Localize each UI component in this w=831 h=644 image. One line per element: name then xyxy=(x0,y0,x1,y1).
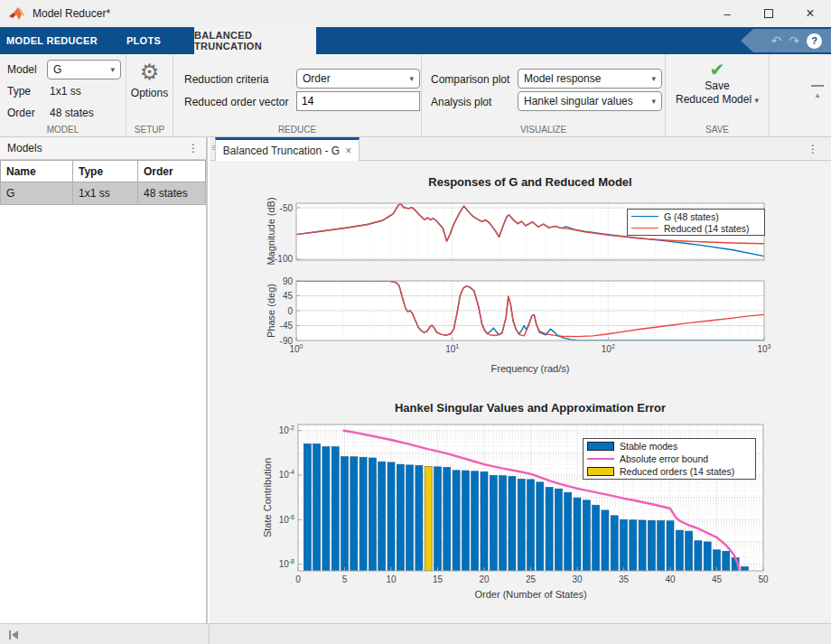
close-icon: × xyxy=(806,5,814,22)
column-name[interactable]: Name xyxy=(1,161,73,182)
order-axis-label: Order (Number of States) xyxy=(298,589,763,600)
bar xyxy=(546,488,553,571)
state-contribution-axis-label: State Contribution xyxy=(262,458,273,537)
comparison-plot-label: Comparison plot xyxy=(431,73,509,86)
bar xyxy=(574,498,581,571)
bar xyxy=(630,520,637,571)
matlab-logo-icon xyxy=(9,6,25,21)
bar xyxy=(481,471,488,571)
bar xyxy=(387,462,395,571)
section-title-visualize: VISUALIZE xyxy=(422,125,665,135)
tab-balanced-truncation-g[interactable]: Balanced Truncation - G × xyxy=(215,137,359,161)
tab-plots[interactable]: PLOTS xyxy=(116,27,172,54)
model-dropdown[interactable]: G ▾ xyxy=(47,60,121,79)
bar xyxy=(537,482,544,571)
bar xyxy=(602,510,609,571)
section-title-setup: SETUP xyxy=(126,125,173,135)
svg-text:30: 30 xyxy=(572,574,583,584)
save-reduced-model-button[interactable]: ✔ Save Reduced Model ▾ xyxy=(673,58,761,132)
options-label: Options xyxy=(126,87,173,99)
svg-text:45: 45 xyxy=(712,574,723,584)
maximize-button[interactable] xyxy=(748,0,789,27)
svg-text:102: 102 xyxy=(602,343,615,354)
order-label: Order xyxy=(7,107,35,119)
section-title-model: MODEL xyxy=(0,125,126,135)
tab-model-reducer[interactable]: MODEL REDUCER xyxy=(0,27,104,54)
frequency-axis-label: Frequency (rad/s) xyxy=(296,363,764,374)
gear-icon: ⚙ xyxy=(140,60,160,84)
bar xyxy=(686,531,693,571)
comparison-plot-dropdown[interactable]: Model response ▾ xyxy=(518,69,662,89)
type-label: Type xyxy=(7,85,31,98)
bar xyxy=(695,541,702,571)
highlight-bar xyxy=(425,466,432,571)
bode-legend[interactable]: G (48 states) Reduced (14 states) xyxy=(627,209,765,236)
column-type[interactable]: Type xyxy=(73,161,138,182)
models-table: Name Type Order G 1x1 ss 48 states xyxy=(0,160,206,205)
section-title-reduce: REDUCE xyxy=(173,125,421,135)
bar xyxy=(518,479,525,571)
svg-text:20: 20 xyxy=(479,574,490,584)
close-button[interactable]: × xyxy=(789,0,831,27)
bar xyxy=(741,567,748,571)
table-row[interactable]: G 1x1 ss 48 states xyxy=(1,182,206,205)
bar xyxy=(723,551,730,571)
section-reduce: Reduction criteria Order ▾ Reduced order… xyxy=(173,54,422,136)
bar xyxy=(397,464,404,571)
svg-text:-100: -100 xyxy=(275,254,293,264)
svg-text:0: 0 xyxy=(287,306,293,316)
hankel-title: Hankel Singular Values and Approximation… xyxy=(296,401,764,415)
svg-text:-50: -50 xyxy=(280,203,294,213)
chevron-down-icon: ▾ xyxy=(110,65,115,74)
chevron-down-icon: ▾ xyxy=(754,96,759,105)
magnitude-axis-label: Magnitude (dB) xyxy=(266,197,276,265)
legend-label-g: G (48 states) xyxy=(664,211,719,222)
minimize-button[interactable]: – xyxy=(706,0,748,27)
bar xyxy=(434,467,442,571)
hankel-legend[interactable]: Stable modes Absolute error bound Reduce… xyxy=(583,438,756,480)
options-button[interactable]: ⚙ Options xyxy=(126,60,173,99)
check-icon: ✔ xyxy=(710,60,725,79)
tab-balanced-truncation[interactable]: BALANCED TRUNCATION xyxy=(194,27,316,54)
models-table-header: Name Type Order xyxy=(1,161,206,182)
bar xyxy=(378,462,386,571)
reduced-order-vector-input[interactable] xyxy=(296,91,420,111)
chevron-down-icon: ▾ xyxy=(651,97,656,106)
quick-access-toolbar: ↶ ↷ ? xyxy=(741,29,831,52)
bar xyxy=(462,471,469,571)
bar xyxy=(490,475,497,571)
collapse-ribbon-button[interactable]: ▴ xyxy=(811,85,824,100)
svg-text:25: 25 xyxy=(526,574,537,584)
bar xyxy=(444,467,451,571)
column-order[interactable]: Order xyxy=(138,161,206,182)
bar xyxy=(313,443,321,571)
help-icon[interactable]: ? xyxy=(807,33,822,49)
svg-text:90: 90 xyxy=(283,276,294,286)
tab-close-icon[interactable]: × xyxy=(345,145,351,157)
analysis-plot-dropdown[interactable]: Hankel singular values ▾ xyxy=(518,91,662,111)
window-title: Model Reducer* xyxy=(33,7,110,20)
ribbon-tab-bar: MODEL REDUCER PLOTS BALANCED TRUNCATION … xyxy=(0,27,831,54)
bar xyxy=(416,465,423,571)
svg-text:10-8: 10-8 xyxy=(279,558,294,569)
bar xyxy=(331,447,339,571)
legend-swatch-stable-modes xyxy=(587,442,614,451)
reduction-criteria-dropdown[interactable]: Order ▾ xyxy=(296,69,420,89)
bar xyxy=(667,521,674,571)
bar xyxy=(593,505,600,571)
redo-icon[interactable]: ↷ xyxy=(789,34,799,47)
reduced-order-vector-label: Reduced order vector xyxy=(184,96,288,108)
svg-text:10: 10 xyxy=(386,574,397,584)
document-tab-bar: ≡ Balanced Truncation - G × ⋮ xyxy=(210,137,831,161)
models-panel-title: Models xyxy=(7,142,42,154)
kebab-menu-icon[interactable]: ⋮ xyxy=(188,142,199,154)
bar xyxy=(509,476,516,571)
svg-text:-45: -45 xyxy=(280,321,294,331)
svg-text:10-4: 10-4 xyxy=(279,469,294,480)
collapse-panel-icon[interactable] xyxy=(7,628,22,642)
undo-icon[interactable]: ↶ xyxy=(771,34,782,47)
bar xyxy=(406,465,414,571)
kebab-menu-icon[interactable]: ⋮ xyxy=(808,143,818,155)
models-panel: Models ⋮ Name Type Order G 1x1 ss 48 sta… xyxy=(0,137,208,623)
phase-axis-label: Phase (deg) xyxy=(266,284,276,338)
